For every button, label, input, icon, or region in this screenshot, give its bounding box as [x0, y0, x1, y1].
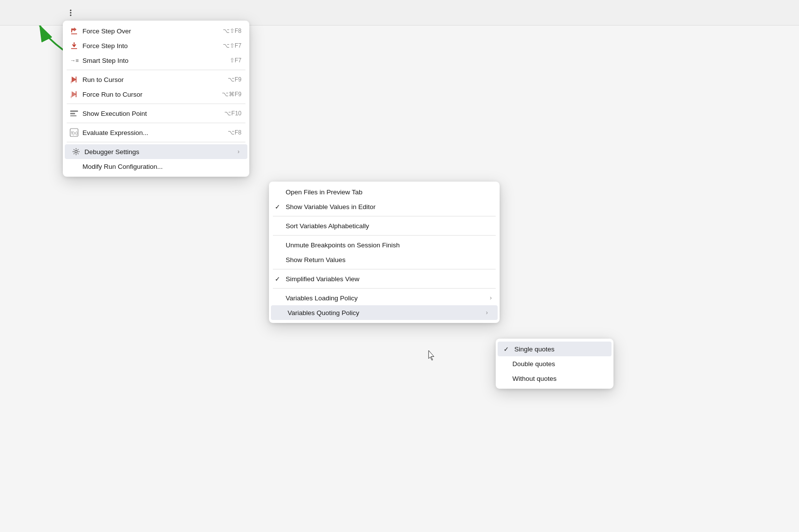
menu-item-single-quotes[interactable]: ✓ Single quotes [498, 342, 612, 356]
menu-item-force-step-into[interactable]: Force Step Into ⌥⇧F7 [63, 38, 249, 53]
force-step-into-icon [69, 41, 80, 50]
evaluate-expression-label: Evaluate Expression... [82, 129, 220, 136]
evaluate-expression-shortcut: ⌥F8 [228, 129, 241, 136]
force-run-to-cursor-shortcut: ⌥⌘F9 [222, 91, 241, 98]
secondary-separator-3 [273, 269, 496, 269]
menu-item-smart-step-into[interactable]: →≡ Smart Step Into ⇧F7 [63, 53, 249, 68]
variables-loading-policy-check [275, 294, 284, 302]
separator-2 [67, 104, 245, 104]
menu-item-show-variable-values[interactable]: ✓ Show Variable Values in Editor [269, 199, 500, 214]
variables-quoting-policy-label: Variables Quoting Policy [288, 309, 482, 317]
double-quotes-label: Double quotes [512, 360, 606, 368]
menu-item-force-run-to-cursor[interactable]: I Force Run to Cursor ⌥⌘F9 [63, 87, 249, 102]
without-quotes-label: Without quotes [512, 375, 606, 382]
secondary-separator-1 [273, 216, 496, 216]
smart-step-into-icon: →≡ [69, 56, 80, 65]
show-variable-values-check: ✓ [275, 203, 284, 211]
show-return-values-label: Show Return Values [286, 256, 492, 264]
svg-text:f(x): f(x) [71, 131, 78, 135]
menu-item-variables-quoting-policy[interactable]: Variables Quoting Policy › [271, 305, 498, 320]
double-quotes-check [502, 360, 510, 368]
debugger-settings-arrow: › [238, 148, 240, 155]
menu-item-variables-loading-policy[interactable]: Variables Loading Policy › [269, 291, 500, 305]
force-step-into-shortcut: ⌥⇧F7 [223, 42, 241, 49]
more-options-button[interactable] [63, 5, 79, 21]
force-step-over-shortcut: ⌥⇧F8 [223, 27, 241, 34]
variables-quoting-policy-check [277, 309, 286, 317]
show-execution-point-shortcut: ⌥F10 [224, 110, 241, 117]
modify-run-config-label: Modify Run Configuration... [82, 163, 241, 170]
simplified-variables-check: ✓ [275, 275, 284, 283]
unmute-breakpoints-check [275, 241, 284, 249]
svg-point-4 [70, 15, 72, 16]
force-step-over-icon [69, 27, 80, 35]
svg-rect-14 [70, 113, 75, 114]
variables-quoting-policy-arrow: › [486, 309, 488, 316]
show-execution-point-label: Show Execution Point [82, 110, 216, 117]
run-to-cursor-label: Run to Cursor [82, 76, 220, 83]
variables-loading-policy-label: Variables Loading Policy [286, 294, 486, 302]
menu-item-unmute-breakpoints[interactable]: Unmute Breakpoints on Session Finish [269, 238, 500, 252]
menu-item-show-return-values[interactable]: Show Return Values [269, 252, 500, 267]
force-step-over-label: Force Step Over [82, 27, 215, 35]
secondary-separator-4 [273, 288, 496, 289]
svg-rect-15 [70, 115, 77, 116]
menu-item-force-step-over[interactable]: Force Step Over ⌥⇧F8 [63, 24, 249, 38]
svg-text:→≡: →≡ [70, 57, 79, 63]
primary-context-menu: Force Step Over ⌥⇧F8 Force Step Into ⌥⇧F… [63, 21, 249, 177]
menu-item-evaluate-expression[interactable]: f(x) Evaluate Expression... ⌥F8 [63, 125, 249, 140]
menu-item-without-quotes[interactable]: Without quotes [496, 371, 613, 386]
run-to-cursor-shortcut: ⌥F9 [228, 76, 241, 83]
unmute-breakpoints-label: Unmute Breakpoints on Session Finish [286, 241, 492, 249]
smart-step-into-label: Smart Step Into [82, 57, 222, 64]
menu-item-simplified-variables[interactable]: ✓ Simplified Variables View [269, 271, 500, 286]
menu-item-show-execution-point[interactable]: Show Execution Point ⌥F10 [63, 106, 249, 121]
variables-loading-policy-arrow: › [490, 294, 492, 301]
show-variable-values-label: Show Variable Values in Editor [286, 203, 492, 211]
variables-quoting-policy-submenu: ✓ Single quotes Double quotes Without qu… [496, 339, 613, 389]
open-files-preview-label: Open Files in Preview Tab [286, 188, 492, 196]
sort-variables-check [275, 222, 284, 230]
menu-item-double-quotes[interactable]: Double quotes [496, 356, 613, 371]
svg-point-18 [75, 151, 78, 153]
menu-item-open-files-preview[interactable]: Open Files in Preview Tab [269, 185, 500, 199]
simplified-variables-label: Simplified Variables View [286, 275, 492, 283]
separator-4 [67, 142, 245, 142]
force-run-to-cursor-label: Force Run to Cursor [82, 91, 214, 98]
without-quotes-check [502, 375, 510, 382]
menu-item-debugger-settings[interactable]: Debugger Settings › [65, 144, 247, 159]
evaluate-expression-icon: f(x) [69, 128, 80, 137]
menu-item-modify-run-config[interactable]: Modify Run Configuration... [63, 159, 249, 174]
debugger-settings-label: Debugger Settings [84, 148, 234, 156]
gear-icon [71, 148, 81, 156]
svg-text:I: I [71, 80, 72, 84]
sort-variables-label: Sort Variables Alphabetically [286, 222, 492, 230]
secondary-separator-2 [273, 235, 496, 236]
menu-item-run-to-cursor[interactable]: I Run to Cursor ⌥F9 [63, 72, 249, 87]
separator-3 [67, 123, 245, 123]
single-quotes-label: Single quotes [514, 346, 604, 353]
run-to-cursor-icon: I [69, 75, 80, 84]
svg-text:I: I [71, 95, 72, 99]
open-files-check [275, 188, 284, 196]
svg-rect-13 [70, 110, 78, 112]
single-quotes-check: ✓ [504, 346, 512, 353]
smart-step-into-shortcut: ⇧F7 [230, 57, 241, 64]
separator-1 [67, 70, 245, 70]
show-return-values-check [275, 256, 284, 264]
svg-point-2 [70, 10, 72, 11]
force-step-into-label: Force Step Into [82, 42, 215, 50]
show-execution-point-icon [69, 110, 80, 117]
force-run-to-cursor-icon: I [69, 90, 80, 99]
menu-item-sort-variables[interactable]: Sort Variables Alphabetically [269, 218, 500, 233]
debugger-settings-submenu: Open Files in Preview Tab ✓ Show Variabl… [269, 182, 500, 323]
svg-point-3 [70, 12, 72, 14]
